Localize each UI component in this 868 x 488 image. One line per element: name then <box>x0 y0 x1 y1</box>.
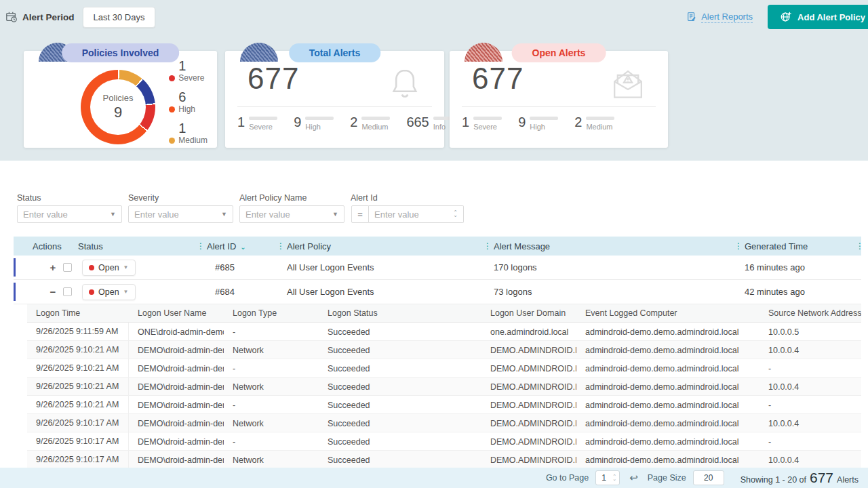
logon-time: 9/26/2025 9:10:21 AM <box>27 341 129 359</box>
open-status-dot <box>89 289 94 295</box>
logon-event-row[interactable]: 9/26/2025 9:10:17 AM DEMO\droid-admin-de… <box>27 432 861 451</box>
severity-filter-dropdown[interactable]: Enter value ▼ <box>128 205 233 223</box>
column-menu-icon[interactable]: ⋮ <box>195 241 207 251</box>
page-size-input[interactable]: 20 <box>693 470 724 485</box>
stat-label: Severe <box>473 123 502 131</box>
donut-center-value: 9 <box>114 104 122 121</box>
logon-type: - <box>224 364 319 373</box>
logon-event-row[interactable]: 9/26/2025 9:10:21 AM DEMO\droid-admin-de… <box>27 341 861 359</box>
alert-row-685: + Open ▼ #685 All User Logon Events 170 … <box>14 256 861 280</box>
logon-user-name: DEMO\droid-admin-dem... <box>129 364 224 373</box>
logon-user-name: DEMO\droid-admin-dem... <box>129 455 224 465</box>
alert-row-684: − Open ▼ #684 All User Logon Events 73 l… <box>14 280 861 304</box>
source-network-address: 10.0.0.5 <box>760 327 861 337</box>
total-alerts-stats: 1 Severe 9 High 2 Medium <box>237 115 462 131</box>
go-to-page-button[interactable]: ↩ <box>629 472 638 484</box>
logon-event-row[interactable]: 9/26/2025 9:11:59 AM ONE\droid-admin-dem… <box>27 323 861 341</box>
alert-policy-name-dropdown[interactable]: Enter value ▼ <box>239 205 344 223</box>
policies-involved-title: Policies Involved <box>62 43 180 62</box>
logon-time: 9/26/2025 9:10:17 AM <box>27 451 129 469</box>
event-logged-computer: admindroid-demo.demo.admindroid.local <box>576 327 760 337</box>
logon-status: Succeeded <box>319 419 481 428</box>
legend-item: 1 Medium <box>169 121 208 145</box>
column-menu-icon[interactable]: ⋮ <box>732 241 745 251</box>
logon-user-domain: DEMO.ADMINDROID.LO... <box>481 364 576 373</box>
number-spinner-icon[interactable]: ⌃⌄ <box>612 475 616 481</box>
subtable-column-header: Event Logged Computer <box>576 308 760 318</box>
logon-type: Network <box>224 346 319 355</box>
equals-operator-button[interactable]: = <box>351 205 369 223</box>
stat-item: 2 Medium <box>350 115 390 131</box>
page-number-input[interactable]: 1 ⌃⌄ <box>595 470 620 485</box>
subtable-column-header: Source Network Address <box>760 308 861 318</box>
status-dropdown[interactable]: Open ▼ <box>82 260 136 276</box>
collapse-row-button[interactable]: − <box>49 286 57 298</box>
column-menu-icon[interactable]: ⋮ <box>481 241 494 251</box>
row-checkbox[interactable] <box>63 287 72 296</box>
logon-event-row[interactable]: 9/26/2025 9:10:17 AM DEMO\droid-admin-de… <box>27 414 861 432</box>
logon-user-name: DEMO\droid-admin-dem... <box>129 437 224 447</box>
total-alerts-card: Total Alerts 677 1 Severe 9 High <box>225 51 444 148</box>
logon-type: Network <box>224 419 319 428</box>
goto-page-label: Go to Page <box>546 473 589 483</box>
logon-type: Network <box>224 455 319 465</box>
generated-time-value: 42 minutes ago <box>745 287 856 297</box>
logon-status: Succeeded <box>319 455 481 465</box>
number-spinner-icon[interactable]: ⌃⌄ <box>453 211 458 218</box>
alert-id-value: #684 <box>207 287 275 297</box>
legend-value: 1 <box>169 121 208 136</box>
subtable-column-header: Logon Status <box>319 308 481 318</box>
column-menu-icon[interactable]: ⋮ <box>856 241 861 251</box>
alert-id-input[interactable]: Enter value ⌃⌄ <box>369 205 464 223</box>
logon-user-domain: DEMO.ADMINDROID.LO... <box>481 455 576 465</box>
legend-value: 1 <box>169 59 208 73</box>
open-status-dot <box>89 265 94 270</box>
logon-event-row[interactable]: 9/26/2025 9:10:21 AM DEMO\droid-admin-de… <box>27 378 861 396</box>
logon-event-row[interactable]: 9/26/2025 9:10:21 AM DEMO\droid-admin-de… <box>27 396 861 414</box>
alert-message-value: 170 logons <box>494 262 732 272</box>
stat-label: High <box>530 123 558 131</box>
logon-event-row[interactable]: 9/26/2025 9:10:21 AM DEMO\droid-admin-de… <box>27 359 861 378</box>
legend-item: 6 High <box>169 90 208 114</box>
alert-policy-value: All User Logon Events <box>287 262 481 272</box>
legend-item: 1 Severe <box>169 59 208 83</box>
stat-item: 9 High <box>518 115 558 131</box>
event-logged-computer: admindroid-demo.demo.admindroid.local <box>576 437 760 447</box>
calendar-clock-icon <box>5 11 18 23</box>
expand-row-button[interactable]: + <box>49 262 57 273</box>
card-divider <box>462 106 656 107</box>
column-header-alert-id[interactable]: Alert ID⌄ <box>207 241 275 251</box>
subtable-column-header: Logon User Name <box>129 308 224 318</box>
logon-status: Succeeded <box>319 382 481 392</box>
logon-type: - <box>224 401 319 410</box>
logon-time: 9/26/2025 9:10:21 AM <box>27 378 129 396</box>
logon-user-domain: DEMO.ADMINDROID.LO... <box>481 437 576 447</box>
event-logged-computer: admindroid-demo.demo.admindroid.local <box>576 346 760 355</box>
column-header-alert-policy: Alert Policy <box>287 241 481 251</box>
status-filter: Status Enter value ▼ <box>17 193 122 223</box>
policies-donut-chart: Policies 9 <box>81 70 155 144</box>
logon-time: 9/26/2025 9:10:17 AM <box>27 414 129 432</box>
alert-reports-link[interactable]: Alert Reports <box>686 12 753 23</box>
mail-alert-icon <box>608 66 648 104</box>
column-menu-icon[interactable]: ⋮ <box>275 241 287 251</box>
stat-item: 1 Severe <box>237 115 277 131</box>
subtable-column-header: Logon Type <box>224 308 319 318</box>
event-logged-computer: admindroid-demo.demo.admindroid.local <box>576 419 760 428</box>
status-dropdown[interactable]: Open ▼ <box>82 284 136 300</box>
donut-center-label: Policies <box>103 93 134 103</box>
logon-time: 9/26/2025 9:11:59 AM <box>27 323 129 341</box>
source-network-address: - <box>760 364 861 373</box>
status-filter-dropdown[interactable]: Enter value ▼ <box>17 205 122 223</box>
add-alert-policy-button[interactable]: Add Alert Policy <box>768 5 868 29</box>
event-logged-computer: admindroid-demo.demo.admindroid.local <box>576 364 760 373</box>
legend-color-dot <box>169 138 175 144</box>
alert-id-filter: Alert Id = Enter value ⌃⌄ <box>351 193 464 223</box>
legend-label: High <box>178 104 195 114</box>
row-checkbox[interactable] <box>63 263 72 272</box>
alert-period-selector[interactable]: Last 30 Days <box>83 7 156 28</box>
event-logged-computer: admindroid-demo.demo.admindroid.local <box>576 455 760 465</box>
logon-user-name: DEMO\droid-admin-dem... <box>129 346 224 355</box>
pagination-bar: Go to Page 1 ⌃⌄ ↩ Page Size 20 Showing 1… <box>0 468 868 488</box>
logon-event-row[interactable]: 9/26/2025 9:10:17 AM DEMO\droid-admin-de… <box>27 451 861 469</box>
